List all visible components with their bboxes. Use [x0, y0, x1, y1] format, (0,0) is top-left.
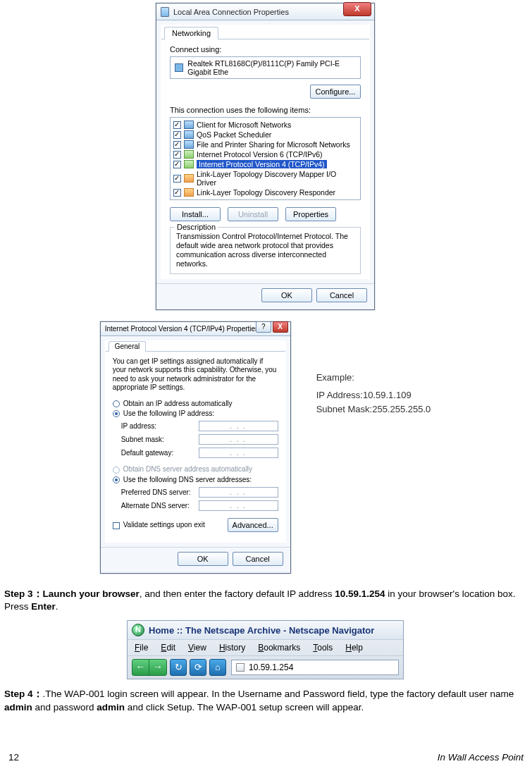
reload-button[interactable]: ↻ — [170, 659, 187, 676]
dialog2-titlebar[interactable]: Internet Protocol Version 4 (TCP/IPv4) P… — [101, 322, 290, 336]
radio-use-dns[interactable] — [113, 476, 120, 483]
stop-button[interactable]: ⟳ — [190, 659, 206, 676]
alt-dns-label: Alternate DNS server: — [121, 502, 199, 510]
favicon-icon — [236, 663, 245, 672]
items-label: This connection uses the following items… — [170, 106, 361, 114]
validate-checkbox[interactable] — [113, 522, 120, 529]
network-adapter-icon — [161, 7, 169, 17]
dialog2-title: Internet Protocol Version 4 (TCP/IPv4) P… — [105, 325, 259, 333]
cancel-button[interactable]: Cancel — [316, 288, 367, 302]
radio-use-ip[interactable] — [113, 410, 120, 417]
ipv4-properties-dialog: Internet Protocol Version 4 (TCP/IPv4) P… — [100, 321, 291, 574]
browser-window: Home :: The Netscape Archive - Netscape … — [127, 620, 404, 679]
gateway-input[interactable]: . . . — [199, 448, 278, 458]
list-item[interactable]: Client for Microsoft Networks — [172, 120, 359, 130]
menu-tools[interactable]: Tools — [313, 643, 333, 653]
close-button[interactable]: X — [343, 2, 371, 16]
description-title: Description — [175, 223, 218, 231]
example-subnet: Subnet Mask:255.255.255.0 — [316, 402, 431, 417]
menu-history[interactable]: History — [219, 643, 245, 653]
gateway-label: Default gateway: — [121, 449, 199, 457]
list-item[interactable]: Internet Protocol Version 6 (TCP/IPv6) — [172, 149, 359, 159]
service-icon — [184, 130, 194, 139]
step4-text: Step 4：.The WAP-001 login screen will ap… — [4, 688, 526, 713]
list-item[interactable]: Link-Layer Topology Discovery Mapper I/O… — [172, 169, 359, 187]
footer-title: In Wall Access Point — [438, 752, 524, 763]
pref-dns-label: Preferred DNS server: — [121, 488, 199, 496]
browser-toolbar: ← → ↻ ⟳ ⌂ 10.59.1.254 — [128, 656, 403, 679]
radio-auto-dns — [113, 467, 120, 474]
tab-general[interactable]: General — [109, 341, 147, 352]
ok-button[interactable]: OK — [178, 552, 228, 566]
menu-help[interactable]: Help — [345, 643, 363, 653]
checkbox[interactable] — [173, 189, 181, 197]
pref-dns-input[interactable]: . . . — [199, 487, 278, 498]
menu-edit[interactable]: Edit — [161, 643, 175, 653]
checkbox[interactable] — [173, 161, 181, 168]
menu-view[interactable]: View — [188, 643, 206, 653]
list-item[interactable]: QoS Packet Scheduler — [172, 130, 359, 140]
client-icon — [184, 121, 194, 129]
install-button[interactable]: Install... — [170, 207, 221, 221]
ip-address-input[interactable]: . . . — [199, 421, 278, 431]
tab-networking[interactable]: Networking — [164, 27, 218, 39]
example-ip: IP Address:10.59.1.109 — [316, 388, 431, 402]
components-listbox[interactable]: Client for Microsoft Networks QoS Packet… — [170, 117, 361, 200]
checkbox[interactable] — [173, 151, 181, 159]
advanced-button[interactable]: Advanced... — [228, 518, 278, 532]
forward-button[interactable]: → — [149, 660, 166, 675]
home-button[interactable]: ⌂ — [209, 659, 226, 676]
ok-button[interactable]: OK — [261, 288, 312, 302]
checkbox[interactable] — [173, 131, 181, 139]
list-item[interactable]: Link-Layer Topology Discovery Responder — [172, 187, 359, 197]
subnet-label: Subnet mask: — [121, 436, 199, 443]
browser-title: Home :: The Netscape Archive - Netscape … — [149, 625, 374, 636]
browser-titlebar[interactable]: Home :: The Netscape Archive - Netscape … — [128, 621, 403, 639]
menu-file[interactable]: File — [135, 643, 148, 653]
page-footer: 12 In Wall Access Point — [8, 752, 524, 763]
protocol-icon — [184, 150, 194, 159]
help-button[interactable]: ? — [256, 321, 271, 333]
alt-dns-input[interactable]: . . . — [199, 500, 278, 511]
properties-button[interactable]: Properties — [285, 207, 336, 221]
protocol-icon — [184, 188, 194, 197]
menu-bookmarks[interactable]: Bookmarks — [258, 643, 300, 653]
ipv4-info-text: You can get IP settings assigned automat… — [113, 357, 278, 393]
adapter-icon — [175, 63, 183, 72]
address-bar[interactable]: 10.59.1.254 — [231, 660, 399, 675]
checkbox[interactable] — [173, 175, 181, 183]
description-group: Description Transmission Control Protoco… — [170, 227, 361, 274]
protocol-icon — [184, 174, 194, 183]
subnet-input[interactable]: . . . — [199, 434, 278, 445]
protocol-icon — [184, 160, 194, 168]
example-heading: Example: — [316, 371, 431, 385]
close-button[interactable]: X — [273, 321, 288, 333]
cancel-button[interactable]: Cancel — [233, 552, 283, 566]
description-text: Transmission Control Protocol/Internet P… — [176, 232, 354, 269]
list-item[interactable]: File and Printer Sharing for Microsoft N… — [172, 140, 359, 149]
adapter-text: Realtek RTL8168C(P)/8111C(P) Family PCI-… — [187, 59, 356, 76]
dialog1-title: Local Area Connection Properties — [173, 8, 289, 16]
netscape-icon — [132, 624, 144, 636]
connect-using-label: Connect using: — [170, 45, 361, 54]
ip-address-label: IP address: — [121, 422, 199, 430]
step3-text: Step 3：Launch your browser, and then ent… — [4, 588, 526, 613]
checkbox[interactable] — [173, 121, 181, 129]
back-button[interactable]: ← — [132, 660, 149, 675]
adapter-field[interactable]: Realtek RTL8168C(P)/8111C(P) Family PCI-… — [170, 56, 361, 79]
radio-auto-ip[interactable] — [113, 400, 120, 407]
page-number: 12 — [8, 752, 19, 763]
checkbox[interactable] — [173, 141, 181, 149]
dialog1-titlebar[interactable]: Local Area Connection Properties X — [156, 4, 374, 20]
list-item-selected[interactable]: Internet Protocol Version 4 (TCP/IPv4) — [172, 159, 359, 169]
example-text-block: Example: IP Address:10.59.1.109 Subnet M… — [316, 321, 431, 417]
local-area-connection-dialog: Local Area Connection Properties X Netwo… — [156, 3, 375, 310]
service-icon — [184, 140, 194, 149]
configure-button[interactable]: Configure... — [310, 85, 361, 99]
address-text: 10.59.1.254 — [249, 662, 293, 672]
uninstall-button: Uninstall — [228, 207, 278, 221]
browser-menubar: File Edit View History Bookmarks Tools H… — [128, 639, 403, 656]
